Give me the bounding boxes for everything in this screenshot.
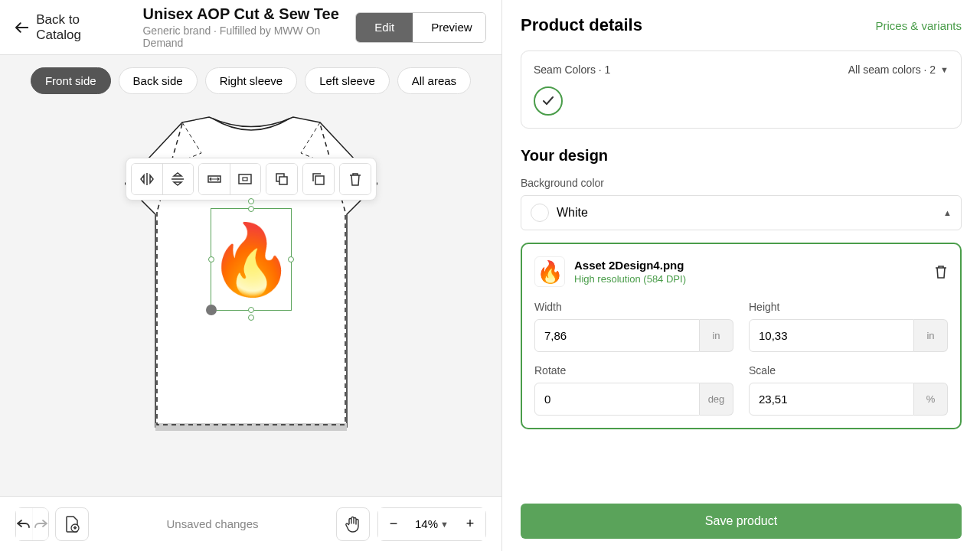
duplicate-button[interactable] xyxy=(303,164,334,194)
mode-toggle: Edit Preview xyxy=(355,12,486,43)
bg-color-select[interactable]: White ▲ xyxy=(521,195,962,230)
flip-v-icon xyxy=(170,171,185,187)
back-to-catalog[interactable]: Back to Catalog xyxy=(15,12,124,43)
seam-all-dropdown[interactable]: All seam colors · 2▼ xyxy=(848,64,949,76)
rotate-handle[interactable] xyxy=(206,305,217,315)
design-image[interactable]: 🔥 xyxy=(211,209,291,310)
zoom-value: 14% xyxy=(415,517,438,530)
editor-bottom-bar: Unsaved changes − 14%▼ + xyxy=(0,496,501,551)
width-input[interactable] xyxy=(534,319,700,352)
download-button[interactable] xyxy=(55,507,89,541)
seam-color-white[interactable] xyxy=(534,86,563,116)
trash-icon xyxy=(348,171,362,187)
chevron-down-icon: ▼ xyxy=(940,65,949,74)
bg-color-label: Background color xyxy=(521,177,962,189)
editor-header: Back to Catalog Unisex AOP Cut & Sew Tee… xyxy=(0,0,501,55)
chevron-up-icon: ▲ xyxy=(943,208,952,217)
svg-rect-5 xyxy=(315,176,324,184)
design-selection[interactable]: 🔥 xyxy=(211,208,292,311)
height-unit: in xyxy=(914,319,948,352)
chevron-down-icon: ▼ xyxy=(440,520,449,529)
undo-icon xyxy=(17,519,31,530)
height-input[interactable] xyxy=(749,319,914,352)
height-label: Height xyxy=(749,301,948,313)
delete-button[interactable] xyxy=(340,164,371,194)
trash-icon xyxy=(934,264,948,279)
copy-icon xyxy=(311,171,326,187)
scale-unit: % xyxy=(914,383,948,416)
asset-filename: Asset 2Design4.png xyxy=(574,259,686,272)
fit-width-button[interactable] xyxy=(199,164,230,194)
tab-all-areas[interactable]: All areas xyxy=(397,67,471,94)
tab-back-side[interactable]: Back side xyxy=(119,67,198,94)
print-area-tabs: Front side Back side Right sleeve Left s… xyxy=(0,55,501,100)
your-design-title: Your design xyxy=(521,147,962,165)
resize-handle[interactable] xyxy=(248,315,254,321)
hand-icon xyxy=(345,516,361,533)
asset-resolution: High resolution (584 DPI) xyxy=(574,273,686,285)
zoom-control: − 14%▼ + xyxy=(377,507,486,541)
canvas-area[interactable]: Front side Back side Right sleeve Left s… xyxy=(0,55,501,496)
fit-area-icon xyxy=(237,171,253,187)
asset-card: 🔥 Asset 2Design4.png High resolution (58… xyxy=(521,243,962,429)
back-label: Back to Catalog xyxy=(36,12,124,43)
asset-delete-button[interactable] xyxy=(934,264,948,279)
svg-rect-1 xyxy=(239,174,251,184)
selection-toolbar xyxy=(126,158,377,201)
title-block: Unisex AOP Cut & Sew Tee Generic brand ·… xyxy=(142,5,355,49)
svg-rect-2 xyxy=(243,178,247,181)
product-subtitle: Generic brand · Fulfilled by MWW On Dema… xyxy=(142,24,355,49)
width-unit: in xyxy=(700,319,733,352)
rotate-unit: deg xyxy=(700,383,733,416)
flip-horizontal-button[interactable] xyxy=(132,164,162,194)
resize-handle[interactable] xyxy=(248,206,254,212)
redo-button[interactable] xyxy=(32,508,48,540)
scale-input[interactable] xyxy=(749,383,914,416)
resize-handle[interactable] xyxy=(248,307,254,313)
pan-tool-button[interactable] xyxy=(336,507,370,541)
seam-label: Seam Colors · 1 xyxy=(534,64,610,76)
fit-width-icon xyxy=(207,171,222,187)
arrow-left-icon xyxy=(15,22,28,33)
right-panel-header: Product details Prices & variants xyxy=(502,0,980,51)
tab-front-side[interactable]: Front side xyxy=(31,67,111,94)
flip-h-icon xyxy=(139,171,155,187)
zoom-out-button[interactable]: − xyxy=(378,508,409,540)
prices-variants-link[interactable]: Prices & variants xyxy=(875,19,962,32)
zoom-in-button[interactable]: + xyxy=(455,508,485,540)
svg-rect-4 xyxy=(279,177,287,184)
layers-icon xyxy=(274,171,289,187)
bg-value: White xyxy=(557,206,588,220)
check-icon xyxy=(542,96,554,106)
tab-left-sleeve[interactable]: Left sleeve xyxy=(305,67,390,94)
color-swatch xyxy=(531,204,549,222)
product-title: Unisex AOP Cut & Sew Tee xyxy=(142,5,355,23)
zoom-dropdown[interactable]: 14%▼ xyxy=(409,517,455,530)
flip-vertical-button[interactable] xyxy=(162,164,193,194)
asset-thumbnail: 🔥 xyxy=(534,256,565,287)
undo-button[interactable] xyxy=(16,508,32,540)
rotate-input[interactable] xyxy=(534,383,700,416)
panel-title: Product details xyxy=(521,15,642,35)
redo-icon xyxy=(34,519,47,530)
resize-handle[interactable] xyxy=(208,256,214,262)
save-status: Unsaved changes xyxy=(89,517,336,530)
width-label: Width xyxy=(534,301,733,313)
layer-order-button[interactable] xyxy=(266,164,297,194)
resize-handle[interactable] xyxy=(288,256,294,262)
download-icon xyxy=(64,516,80,533)
fit-area-button[interactable] xyxy=(230,164,260,194)
resize-handle[interactable] xyxy=(248,198,254,204)
tee-mockup: 🔥 xyxy=(125,115,377,436)
rotate-label: Rotate xyxy=(534,364,733,377)
scale-label: Scale xyxy=(749,364,948,377)
save-product-button[interactable]: Save product xyxy=(521,504,962,539)
edit-mode-button[interactable]: Edit xyxy=(356,13,413,42)
tab-right-sleeve[interactable]: Right sleeve xyxy=(205,67,298,94)
preview-mode-button[interactable]: Preview xyxy=(413,13,486,42)
seam-colors-card: Seam Colors · 1 All seam colors · 2▼ xyxy=(521,51,962,129)
